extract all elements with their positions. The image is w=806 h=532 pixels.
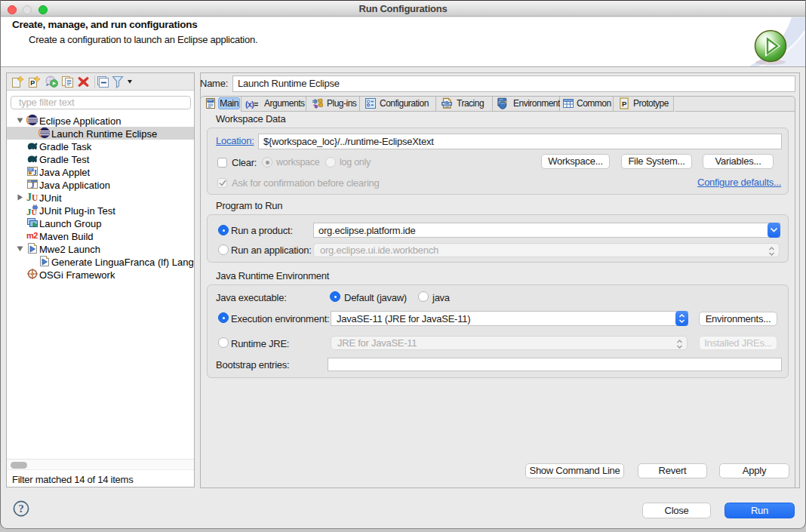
svg-text:P: P (30, 79, 35, 87)
svg-text:?: ? (19, 503, 24, 515)
svg-text:P: P (622, 100, 627, 108)
